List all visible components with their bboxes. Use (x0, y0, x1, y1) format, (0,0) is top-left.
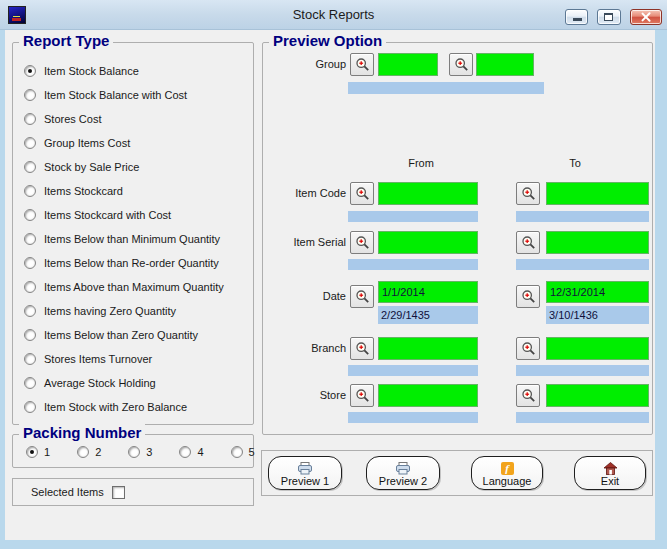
preview-1-label: Preview 1 (281, 475, 329, 487)
printer-icon (395, 462, 411, 475)
minimize-button[interactable] (565, 9, 588, 25)
store-from-lookup-button[interactable] (350, 384, 374, 407)
radio-icon (24, 65, 36, 77)
radio-item-stock-balance-with-cost[interactable]: Item Stock Balance with Cost (13, 83, 253, 107)
client-area: Report Type Item Stock Balance Item Stoc… (5, 30, 655, 540)
radio-items-stockcard-with-cost[interactable]: Items Stockcard with Cost (13, 203, 253, 227)
branch-label: Branch (263, 342, 346, 354)
preview-option-title: Preview Option (269, 32, 386, 49)
from-column-header: From (381, 157, 461, 169)
maximize-icon (604, 13, 613, 21)
date-to-hijri-field: 3/10/1436 (546, 306, 649, 324)
branch-to-field[interactable] (546, 337, 649, 360)
group-label: Group (263, 58, 346, 70)
packing-radio-4[interactable]: 4 (179, 446, 203, 458)
date-from-lookup-button[interactable] (350, 285, 374, 308)
radio-stores-items-turnover[interactable]: Stores Items Turnover (13, 347, 253, 371)
minimize-icon (573, 18, 582, 21)
item-code-to-description-bar (516, 211, 649, 222)
item-code-to-field[interactable] (546, 182, 649, 205)
group-from-lookup-button[interactable] (350, 53, 374, 76)
font-f-icon: f (501, 462, 514, 475)
radio-icon (24, 161, 36, 173)
report-type-groupbox: Report Type Item Stock Balance Item Stoc… (12, 42, 254, 425)
store-to-description-bar (516, 412, 649, 423)
branch-to-lookup-button[interactable] (516, 337, 540, 360)
radio-icon (24, 185, 36, 197)
radio-item-stock-zero-balance[interactable]: Item Stock with Zero Balance (13, 395, 253, 419)
branch-from-field[interactable] (378, 337, 478, 360)
branch-from-lookup-button[interactable] (350, 337, 374, 360)
radio-items-above-maximum-qty[interactable]: Items Above than Maximum Quantity (13, 275, 253, 299)
radio-icon (26, 446, 38, 458)
magnifier-zoom-icon (355, 57, 370, 72)
packing-radio-2[interactable]: 2 (77, 446, 101, 458)
radio-items-below-zero-qty[interactable]: Items Below than Zero Quantity (13, 323, 253, 347)
radio-items-below-minimum-qty[interactable]: Items Below than Minimum Quantity (13, 227, 253, 251)
store-to-lookup-button[interactable] (516, 384, 540, 407)
store-from-field[interactable] (378, 384, 478, 407)
magnifier-zoom-icon (521, 289, 536, 304)
item-code-from-lookup-button[interactable] (350, 182, 374, 205)
group-from-field[interactable] (378, 53, 438, 76)
radio-items-stockcard[interactable]: Items Stockcard (13, 179, 253, 203)
radio-items-zero-qty[interactable]: Items having Zero Quantity (13, 299, 253, 323)
item-serial-to-lookup-button[interactable] (516, 231, 540, 254)
selected-items-panel: Selected Items (12, 478, 254, 506)
exit-label: Exit (601, 475, 619, 487)
magnifier-zoom-icon (521, 388, 536, 403)
radio-icon (24, 329, 36, 341)
title-bar: Stock Reports (0, 0, 667, 30)
item-code-to-lookup-button[interactable] (516, 182, 540, 205)
magnifier-zoom-icon (521, 235, 536, 250)
radio-group-items-cost[interactable]: Group Items Cost (13, 131, 253, 155)
preview-2-button[interactable]: Preview 2 (366, 456, 440, 490)
report-type-title: Report Type (19, 32, 113, 49)
item-serial-to-description-bar (516, 259, 649, 270)
radio-icon (24, 305, 36, 317)
radio-icon (24, 89, 36, 101)
radio-icon (231, 446, 243, 458)
packing-number-title: Packing Number (19, 424, 145, 441)
language-button[interactable]: f Language (471, 456, 543, 490)
item-serial-from-field[interactable] (378, 231, 478, 254)
selected-items-checkbox[interactable] (112, 486, 125, 499)
item-serial-label: Item Serial (263, 236, 346, 248)
close-icon (641, 12, 651, 22)
magnifier-zoom-icon (355, 388, 370, 403)
radio-stores-cost[interactable]: Stores Cost (13, 107, 253, 131)
radio-icon (128, 446, 140, 458)
report-type-list: Item Stock Balance Item Stock Balance wi… (13, 43, 253, 419)
close-button[interactable] (630, 9, 662, 25)
store-to-field[interactable] (546, 384, 649, 407)
date-to-field[interactable]: 12/31/2014 (546, 281, 649, 303)
date-from-field[interactable]: 1/1/2014 (378, 281, 478, 303)
store-label: Store (263, 389, 346, 401)
language-label: Language (483, 475, 532, 487)
item-serial-from-lookup-button[interactable] (350, 231, 374, 254)
packing-radio-5[interactable]: 5 (231, 446, 255, 458)
packing-radio-3[interactable]: 3 (128, 446, 152, 458)
radio-stock-by-sale-price[interactable]: Stock by Sale Price (13, 155, 253, 179)
item-serial-to-field[interactable] (546, 231, 649, 254)
item-code-from-field[interactable] (378, 182, 478, 205)
magnifier-zoom-icon (454, 57, 469, 72)
actions-panel: Preview 1 Preview 2 f Language Exit (261, 450, 653, 496)
magnifier-zoom-icon (355, 235, 370, 250)
date-to-lookup-button[interactable] (516, 285, 540, 308)
date-label: Date (263, 290, 346, 302)
preview-option-groupbox: Preview Option Group From To Item Code (262, 42, 653, 435)
group-to-field[interactable] (476, 53, 534, 76)
group-description-bar (348, 82, 544, 94)
radio-icon (24, 233, 36, 245)
group-to-lookup-button[interactable] (449, 53, 473, 76)
radio-item-stock-balance[interactable]: Item Stock Balance (13, 59, 253, 83)
exit-button[interactable]: Exit (574, 456, 646, 490)
preview-1-button[interactable]: Preview 1 (268, 456, 342, 490)
radio-average-stock-holding[interactable]: Average Stock Holding (13, 371, 253, 395)
maximize-button[interactable] (597, 9, 621, 25)
radio-icon (77, 446, 89, 458)
radio-icon (24, 377, 36, 389)
radio-items-below-reorder-qty[interactable]: Items Below than Re-order Quantity (13, 251, 253, 275)
packing-radio-1[interactable]: 1 (26, 446, 50, 458)
